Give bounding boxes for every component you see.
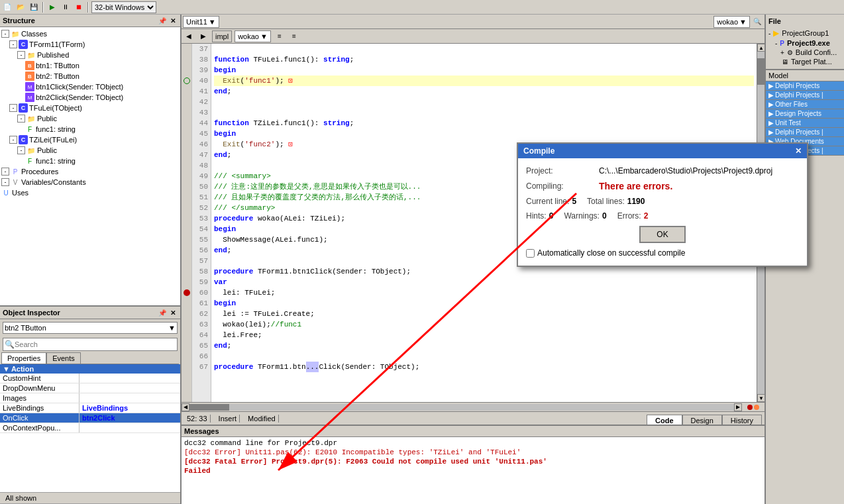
dialog-content: Project: C:\...\Embarcadero\Studio\Proje… <box>518 158 807 266</box>
compile-dialog: Compile ✕ Project: C:\...\Embarcadero\St… <box>517 142 808 267</box>
current-line-value: 5 <box>572 197 576 206</box>
errors-stat: Errors: 2 <box>617 211 649 221</box>
total-lines-stat: Total lines: 1190 <box>587 197 645 206</box>
current-line-label: Current line: <box>526 197 569 206</box>
total-lines-value: 1190 <box>627 197 645 206</box>
warnings-value: 0 <box>602 211 607 221</box>
hints-label: Hints: <box>526 211 547 221</box>
dialog-stats: Current line: 5 Total lines: 1190 <box>526 197 799 206</box>
current-line-stat: Current line: 5 <box>526 197 576 206</box>
warnings-stat: Warnings: 0 <box>564 211 606 221</box>
errors-value: 2 <box>644 211 649 221</box>
dialog-compiling-label: Compiling: <box>526 181 599 191</box>
total-lines-label: Total lines: <box>587 197 625 206</box>
dialog-project-row: Project: C:\...\Embarcadero\Studio\Proje… <box>526 166 799 176</box>
hints-value: 0 <box>549 211 554 221</box>
warnings-label: Warnings: <box>564 211 600 221</box>
dialog-stats2: Hints: 0 Warnings: 0 Errors: 2 <box>526 211 799 221</box>
ok-button[interactable]: OK <box>639 226 686 243</box>
dialog-project-value: C:\...\Embarcadero\Studio\Projects\Proje… <box>599 166 799 176</box>
dialog-btn-row: OK <box>526 226 799 243</box>
dialog-title-text: Compile <box>523 146 554 156</box>
dialog-project-label: Project: <box>526 166 599 176</box>
errors-label: Errors: <box>617 211 641 221</box>
dialog-checkbox-row: Automatically close on successful compil… <box>526 248 799 258</box>
dialog-close-icon[interactable]: ✕ <box>795 146 802 156</box>
dialog-overlay: Compile ✕ Project: C:\...\Embarcadero\St… <box>0 0 844 504</box>
auto-close-checkbox[interactable] <box>526 249 535 258</box>
dialog-compiling-row: Compiling: There are errors. <box>526 181 799 191</box>
auto-close-label: Automatically close on successful compil… <box>537 248 685 258</box>
dialog-title: Compile ✕ <box>518 144 807 158</box>
hints-stat: Hints: 0 <box>526 211 553 221</box>
dialog-error-text: There are errors. <box>599 181 672 191</box>
